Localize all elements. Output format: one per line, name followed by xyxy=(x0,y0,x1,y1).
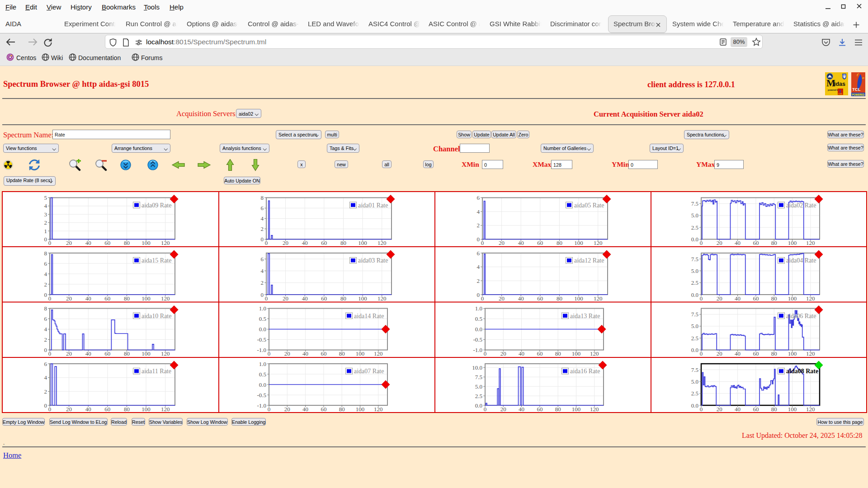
svg-text:0: 0 xyxy=(48,350,52,357)
svg-text:100: 100 xyxy=(788,350,797,357)
svg-text:60: 60 xyxy=(321,350,326,357)
svg-text:aida14 Rate: aida14 Rate xyxy=(354,313,384,319)
svg-text:0: 0 xyxy=(477,291,480,298)
svg-text:0.5: 0.5 xyxy=(259,315,266,322)
svg-text:-1.0: -1.0 xyxy=(257,402,266,409)
svg-text:120: 120 xyxy=(590,406,599,413)
svg-text:0: 0 xyxy=(481,239,484,246)
svg-text:100: 100 xyxy=(574,295,583,302)
svg-text:120: 120 xyxy=(374,350,383,357)
svg-text:2: 2 xyxy=(44,219,47,226)
svg-text:6: 6 xyxy=(261,205,264,211)
svg-text:60: 60 xyxy=(537,350,542,357)
svg-text:80: 80 xyxy=(555,406,561,413)
svg-text:5.0: 5.0 xyxy=(691,267,698,274)
svg-text:40: 40 xyxy=(735,239,741,246)
svg-text:6: 6 xyxy=(477,194,480,201)
svg-text:7.5: 7.5 xyxy=(691,311,698,318)
svg-text:aida12 Rate: aida12 Rate xyxy=(574,257,604,264)
svg-text:60: 60 xyxy=(104,239,110,246)
svg-text:POWER: POWER xyxy=(838,93,843,95)
svg-text:6: 6 xyxy=(261,256,264,263)
svg-text:120: 120 xyxy=(161,350,170,357)
svg-text:80: 80 xyxy=(339,350,345,357)
svg-text:4: 4 xyxy=(44,374,47,381)
svg-text:2: 2 xyxy=(44,281,47,288)
svg-text:0: 0 xyxy=(265,239,268,246)
svg-text:aida03 Rate: aida03 Rate xyxy=(358,257,388,264)
svg-text:TCL: TCL xyxy=(852,87,861,92)
svg-text:0.0: 0.0 xyxy=(475,402,482,409)
svg-text:120: 120 xyxy=(161,295,170,302)
svg-text:120: 120 xyxy=(377,239,387,246)
svg-text:100: 100 xyxy=(788,295,797,302)
svg-text:aida13 Rate: aida13 Rate xyxy=(570,313,600,319)
svg-text:7.5: 7.5 xyxy=(691,256,698,263)
svg-text:4: 4 xyxy=(44,202,47,209)
svg-text:20: 20 xyxy=(284,406,290,413)
svg-text:2.5: 2.5 xyxy=(691,279,698,286)
svg-text:100: 100 xyxy=(358,295,367,302)
svg-text:20: 20 xyxy=(283,295,288,302)
svg-text:100: 100 xyxy=(142,239,151,246)
svg-text:0: 0 xyxy=(268,406,271,413)
svg-text:100: 100 xyxy=(142,350,151,357)
svg-text:80: 80 xyxy=(124,295,130,302)
svg-text:POWERED: POWERED xyxy=(852,93,865,96)
svg-text:60: 60 xyxy=(104,350,110,357)
svg-text:60: 60 xyxy=(753,350,759,357)
svg-text:80: 80 xyxy=(771,406,777,413)
svg-text:7.5: 7.5 xyxy=(691,366,698,373)
svg-text:0.0: 0.0 xyxy=(259,381,266,388)
svg-text:100: 100 xyxy=(142,295,151,302)
svg-text:aida06 Rate: aida06 Rate xyxy=(786,313,816,319)
svg-text:0: 0 xyxy=(48,239,52,246)
svg-text:120: 120 xyxy=(806,239,815,246)
svg-text:40: 40 xyxy=(735,350,741,357)
svg-text:100: 100 xyxy=(142,406,151,413)
svg-text:0: 0 xyxy=(484,406,487,413)
svg-text:60: 60 xyxy=(321,406,326,413)
svg-text:2.5: 2.5 xyxy=(691,224,698,231)
svg-text:7.5: 7.5 xyxy=(691,200,698,207)
svg-text:120: 120 xyxy=(806,295,815,302)
svg-text:aida15 Rate: aida15 Rate xyxy=(142,257,171,264)
svg-text:0: 0 xyxy=(700,406,703,413)
svg-text:aida01 Rate: aida01 Rate xyxy=(358,202,388,209)
svg-text:60: 60 xyxy=(104,406,110,413)
svg-text:6: 6 xyxy=(44,361,47,367)
svg-text:40: 40 xyxy=(519,350,524,357)
svg-text:40: 40 xyxy=(302,239,308,246)
svg-text:80: 80 xyxy=(124,406,130,413)
svg-text:2: 2 xyxy=(477,222,480,229)
svg-text:0.0: 0.0 xyxy=(691,402,698,409)
svg-text:4: 4 xyxy=(261,215,264,222)
svg-text:-1.0: -1.0 xyxy=(257,347,266,353)
svg-text:40: 40 xyxy=(85,350,91,357)
svg-text:100: 100 xyxy=(356,350,365,357)
svg-text:5: 5 xyxy=(44,194,47,201)
svg-text:0: 0 xyxy=(268,350,271,357)
svg-text:aida10 Rate: aida10 Rate xyxy=(142,313,171,319)
svg-text:120: 120 xyxy=(377,295,387,302)
svg-text:100: 100 xyxy=(574,239,583,246)
svg-text:6: 6 xyxy=(477,250,480,257)
svg-text:80: 80 xyxy=(340,239,346,246)
svg-text:100: 100 xyxy=(788,239,797,246)
svg-text:4: 4 xyxy=(261,267,264,274)
svg-text:10.0: 10.0 xyxy=(472,364,482,371)
svg-text:0: 0 xyxy=(44,347,47,353)
svg-text:0: 0 xyxy=(261,291,264,298)
svg-text:20: 20 xyxy=(500,406,506,413)
svg-text:60: 60 xyxy=(321,295,327,302)
svg-text:80: 80 xyxy=(771,295,777,302)
svg-text:120: 120 xyxy=(590,350,599,357)
svg-text:80: 80 xyxy=(557,295,562,302)
svg-text:2: 2 xyxy=(477,277,480,284)
svg-text:5.0: 5.0 xyxy=(691,323,698,329)
svg-text:0: 0 xyxy=(261,236,264,243)
svg-text:2.5: 2.5 xyxy=(691,335,698,342)
svg-text:-0.5: -0.5 xyxy=(257,336,266,343)
svg-text:4: 4 xyxy=(477,263,480,270)
svg-text:120: 120 xyxy=(806,350,815,357)
